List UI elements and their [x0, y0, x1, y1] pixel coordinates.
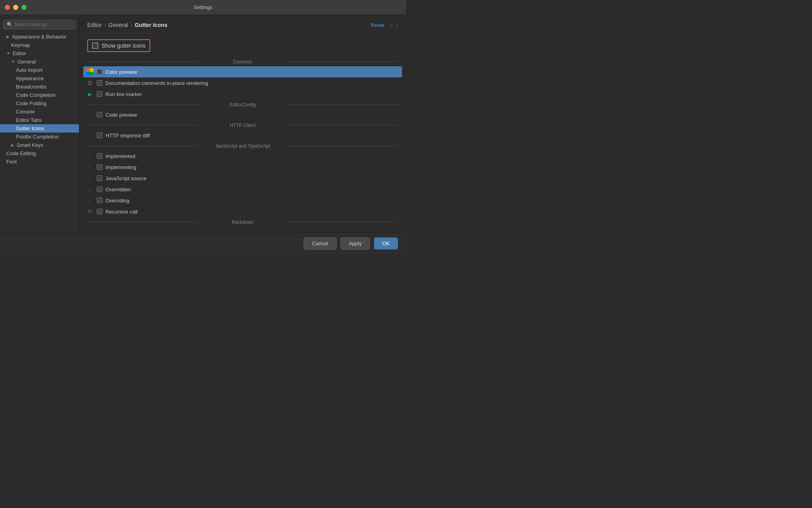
- reset-button[interactable]: Reset: [371, 22, 384, 28]
- overridden-icon: ↓: [86, 186, 94, 193]
- http-response-label: HTTP response diff: [105, 133, 150, 139]
- overridden-label: Overridden: [105, 187, 131, 192]
- search-box[interactable]: 🔍: [3, 20, 76, 29]
- sidebar-item-label: Code Editing: [6, 150, 36, 156]
- close-button[interactable]: [5, 5, 10, 10]
- nav-forward-button[interactable]: ›: [396, 21, 398, 29]
- settings-list: Common Color preview ☰: [79, 57, 406, 231]
- sidebar-item-label: Appearance & Behavior: [12, 34, 66, 40]
- sidebar-item-label: General: [17, 59, 36, 65]
- http-response-checkbox[interactable]: [97, 133, 102, 138]
- sidebar-item-label: Breadcrumbs: [16, 84, 46, 90]
- sidebar: 🔍 ▶ Appearance & Behavior Keymap ▼ Edito…: [0, 15, 79, 232]
- setting-http-response[interactable]: HTTP response diff: [83, 130, 402, 141]
- breadcrumb-current: Gutter Icons: [135, 22, 167, 28]
- sidebar-item-editor-tabs[interactable]: Editor Tabs: [0, 116, 79, 124]
- search-icon: 🔍: [7, 22, 13, 27]
- sidebar-item-general[interactable]: ▼ General: [0, 58, 79, 66]
- implementing-checkbox[interactable]: [97, 164, 102, 170]
- minimize-button[interactable]: [13, 5, 18, 10]
- sidebar-item-editor[interactable]: ▼ Editor: [0, 49, 79, 58]
- setting-implementing[interactable]: ↑ Implementing: [83, 162, 402, 173]
- sidebar-item-font[interactable]: Font: [0, 158, 79, 166]
- overriding-label: Overriding: [105, 198, 129, 204]
- setting-color-preview[interactable]: Color preview: [83, 66, 402, 77]
- sidebar-item-label: Auto Import: [16, 67, 42, 73]
- implementing-icon: ↑: [86, 164, 94, 171]
- overriding-icon: ↑: [86, 197, 94, 204]
- docs-comments-label: Documentation comments in-place renderin…: [105, 80, 208, 86]
- setting-code-preview[interactable]: Code preview: [83, 109, 402, 120]
- color-preview-label: Color preview: [105, 69, 137, 75]
- code-preview-label: Code preview: [105, 112, 137, 118]
- header-right: Reset ‹ ›: [371, 21, 398, 29]
- overridden-checkbox[interactable]: [97, 187, 102, 192]
- recursive-checkbox[interactable]: [97, 209, 102, 214]
- cancel-button[interactable]: Cancel: [304, 237, 336, 250]
- run-icon: ▶: [86, 90, 94, 98]
- sidebar-item-postfix-completion[interactable]: Postfix Completion: [0, 133, 79, 141]
- sidebar-item-console[interactable]: Console: [0, 108, 79, 116]
- docs-comments-checkbox[interactable]: [97, 80, 102, 86]
- sidebar-item-code-completion[interactable]: Code Completion: [0, 91, 79, 99]
- show-gutter-icons-checkbox[interactable]: [92, 42, 98, 49]
- implemented-icon: ↓: [86, 152, 94, 160]
- run-line-checkbox[interactable]: [97, 91, 102, 97]
- main-layout: 🔍 ▶ Appearance & Behavior Keymap ▼ Edito…: [0, 15, 406, 232]
- sidebar-item-auto-import[interactable]: Auto Import: [0, 66, 79, 74]
- footer: Cancel Apply OK: [0, 232, 406, 254]
- apply-button[interactable]: Apply: [341, 237, 370, 250]
- nav-arrows: ‹ ›: [391, 21, 398, 29]
- expand-icon: ▼: [11, 60, 15, 64]
- sidebar-item-label: Appearance: [16, 75, 44, 81]
- sidebar-item-label: Editor: [13, 50, 26, 56]
- setting-run-line[interactable]: ▶ Run line marker: [83, 89, 402, 100]
- js-source-checkbox[interactable]: [97, 175, 102, 181]
- setting-implemented[interactable]: ↓ Implemented: [83, 150, 402, 162]
- setting-recursive-call[interactable]: ↻ Recursive call: [83, 206, 402, 217]
- maximize-button[interactable]: [21, 5, 27, 10]
- traffic-lights: [5, 5, 27, 10]
- sidebar-item-smart-keys[interactable]: ▶ Smart Keys: [0, 141, 79, 149]
- search-input[interactable]: [14, 22, 72, 27]
- sidebar-item-label: Keymap: [11, 42, 30, 48]
- setting-overridden[interactable]: ↓ Overridden: [83, 184, 402, 195]
- color-preview-checkbox[interactable]: [97, 69, 102, 75]
- sidebar-item-appearance[interactable]: Appearance: [0, 74, 79, 83]
- sidebar-item-label: Code Folding: [16, 100, 46, 106]
- sidebar-item-code-editing[interactable]: Code Editing: [0, 149, 79, 158]
- setting-overriding[interactable]: ↑ Overriding: [83, 195, 402, 206]
- sidebar-item-keymap[interactable]: Keymap: [0, 41, 79, 49]
- expand-icon: ▶: [6, 35, 10, 39]
- implemented-checkbox[interactable]: [97, 153, 102, 159]
- setting-js-source[interactable]: ↓ JavaScript source: [83, 173, 402, 184]
- sidebar-item-label: Postfix Completion: [16, 134, 59, 140]
- section-editorconfig: EditorConfig: [83, 100, 402, 109]
- show-gutter-icons-label[interactable]: Show gutter icons: [87, 39, 150, 52]
- implementing-label: Implementing: [105, 164, 136, 170]
- expand-icon: ▼: [6, 51, 10, 56]
- code-preview-checkbox[interactable]: [97, 112, 102, 117]
- section-markdown: Markdown: [83, 217, 402, 227]
- sidebar-item-gutter-icons[interactable]: Gutter Icons: [0, 124, 79, 133]
- breadcrumb-editor: Editor: [87, 22, 102, 28]
- setting-docs-comments[interactable]: ☰ Documentation comments in-place render…: [83, 77, 402, 89]
- run-line-label: Run line marker: [105, 91, 142, 97]
- js-source-icon: ↓: [86, 175, 94, 182]
- sidebar-item-breadcrumbs[interactable]: Breadcrumbs: [0, 83, 79, 91]
- sidebar-item-label: Font: [6, 159, 17, 165]
- breadcrumb-sep-1: ›: [104, 22, 106, 28]
- sidebar-item-label: Console: [16, 109, 35, 115]
- docs-icon: ☰: [86, 79, 94, 87]
- recursive-label: Recursive call: [105, 209, 138, 215]
- section-http-client: HTTP Client: [83, 120, 402, 130]
- gutter-icons-row: Show gutter icons: [79, 34, 406, 57]
- ok-button[interactable]: OK: [374, 237, 398, 250]
- sidebar-item-code-folding[interactable]: Code Folding: [0, 99, 79, 108]
- breadcrumb-general: General: [108, 22, 128, 28]
- nav-back-button[interactable]: ‹: [391, 21, 393, 29]
- sidebar-item-appearance-behavior[interactable]: ▶ Appearance & Behavior: [0, 33, 79, 41]
- window-title: Settings: [194, 4, 213, 10]
- overriding-checkbox[interactable]: [97, 198, 102, 203]
- sidebar-item-label: Editor Tabs: [16, 117, 42, 123]
